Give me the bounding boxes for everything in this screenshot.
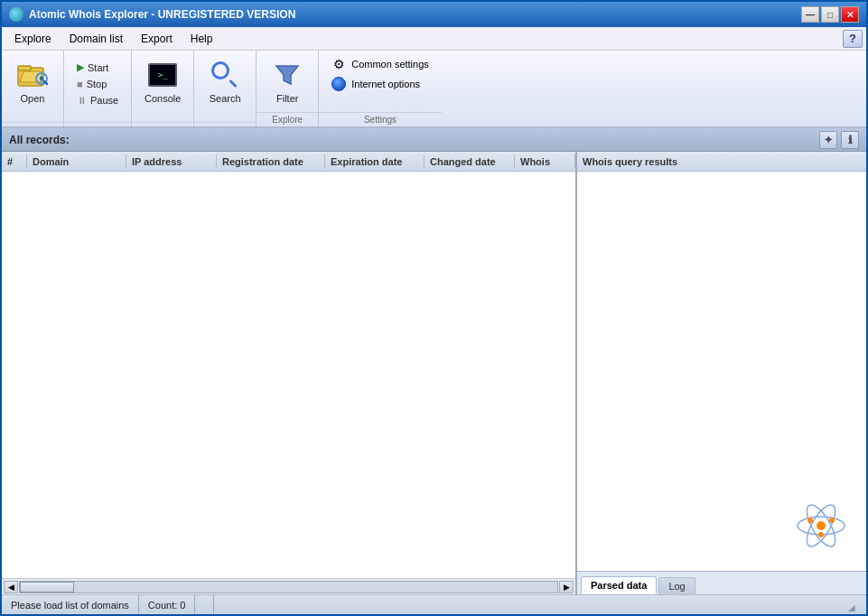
explore-section-label <box>2 122 63 126</box>
settings-section-label: Settings <box>319 112 442 126</box>
content-pane: # Domain IP address Registration date Ex… <box>2 152 866 594</box>
col-header-num: # <box>2 154 27 169</box>
scroll-right-btn[interactable]: ▶ <box>559 581 574 593</box>
filter-button[interactable]: Filter <box>264 54 311 108</box>
window-title: Atomic Whois Explorer - UNREGISTERED VER… <box>29 8 295 21</box>
svg-rect-1 <box>18 66 31 70</box>
col-header-domain: Domain <box>27 154 126 169</box>
scroll-left-btn[interactable]: ◀ <box>4 581 18 593</box>
start-button[interactable]: ▶ Start <box>73 60 122 75</box>
all-records-bar: All records: ✦ ℹ <box>2 128 866 152</box>
whois-tabs: Parsed data Log <box>577 571 866 594</box>
toolbar-filter-section: Filter Explore <box>257 51 319 126</box>
toolbar-console-section: >_ Console <box>132 51 194 126</box>
filter-section-label: Explore <box>257 112 318 126</box>
search-button[interactable]: Search <box>201 54 248 108</box>
stop-label: Stop <box>87 79 107 89</box>
title-bar-left: Atomic Whois Explorer - UNREGISTERED VER… <box>9 7 295 22</box>
app-logo <box>794 499 848 553</box>
resize-grip: ◢ <box>843 598 857 612</box>
toolbar: Open ▶ Start ■ Stop ⏸ <box>2 51 866 128</box>
svg-point-10 <box>829 518 835 523</box>
svg-point-3 <box>40 77 43 80</box>
table-body <box>2 172 575 578</box>
start-icon: ▶ <box>77 61 84 73</box>
status-seg3 <box>195 595 214 614</box>
bottom-scrollbar[interactable]: ◀ ▶ <box>2 578 575 594</box>
main-content: All records: ✦ ℹ # Domain IP address Reg… <box>2 128 866 594</box>
console-buttons: >_ Console <box>132 51 193 122</box>
pause-button[interactable]: ⏸ Pause <box>73 93 122 107</box>
status-bar: Please load list of domains Count: 0 ◢ <box>2 594 866 614</box>
status-count: Count: 0 <box>139 595 196 614</box>
start-label: Start <box>88 62 108 73</box>
menu-help[interactable]: Help <box>182 30 222 48</box>
filter-buttons: Filter <box>257 51 318 112</box>
col-header-ip: IP address <box>126 154 217 169</box>
toolbar-settings-section: ⚙ Common settings Internet options Setti… <box>319 51 442 126</box>
gear-icon: ⚙ <box>331 57 346 71</box>
pause-label: Pause <box>90 95 118 106</box>
close-button[interactable]: ✕ <box>841 6 859 23</box>
small-buttons-col: ▶ Start ■ Stop ⏸ Pause <box>71 54 124 113</box>
stop-icon: ■ <box>77 79 83 89</box>
filter-icon <box>271 59 303 91</box>
whois-header: Whois query results <box>577 152 866 172</box>
whois-body <box>577 172 866 571</box>
all-records-label: All records: <box>9 134 819 146</box>
pause-icon: ⏸ <box>77 95 87 106</box>
window-controls: — □ ✕ <box>801 6 859 23</box>
filter-label: Filter <box>276 93 298 104</box>
control-buttons: ▶ Start ■ Stop ⏸ Pause <box>64 51 131 122</box>
col-header-whois: Whois <box>515 154 575 169</box>
toolbar-search-section: Search <box>194 51 257 126</box>
table-header: # Domain IP address Registration date Ex… <box>2 152 575 172</box>
open-icon <box>16 59 49 91</box>
search-icon <box>209 59 241 91</box>
records-icons: ✦ ℹ <box>819 131 859 149</box>
title-bar: Atomic Whois Explorer - UNREGISTERED VER… <box>2 2 866 27</box>
search-section-label <box>194 122 256 126</box>
svg-point-8 <box>817 521 826 530</box>
console-button[interactable]: >_ Console <box>139 54 186 108</box>
open-button[interactable]: Open <box>9 54 56 108</box>
help-button[interactable]: ? <box>843 30 863 48</box>
common-settings-label: Common settings <box>351 59 429 70</box>
console-label: Console <box>145 93 181 104</box>
col-header-reg: Registration date <box>217 154 325 169</box>
globe-icon <box>331 77 346 91</box>
search-buttons: Search <box>194 51 256 122</box>
console-icon: >_ <box>146 59 179 91</box>
col-header-exp: Expiration date <box>325 154 425 169</box>
magnifier-handle <box>229 79 238 88</box>
tab-log[interactable]: Log <box>658 577 695 594</box>
internet-options-button[interactable]: Internet options <box>330 76 431 92</box>
right-pane: Whois query results <box>577 152 866 594</box>
svg-point-9 <box>818 532 824 537</box>
open-buttons: Open <box>2 51 63 122</box>
stop-button[interactable]: ■ Stop <box>73 77 122 91</box>
col-header-changed: Changed date <box>425 154 515 169</box>
open-label: Open <box>21 93 45 104</box>
menu-domain-list[interactable]: Domain list <box>61 30 132 48</box>
records-icon-btn-2[interactable]: ℹ <box>841 131 859 149</box>
control-section-label <box>64 122 131 126</box>
console-box: >_ <box>148 63 177 87</box>
settings-buttons: ⚙ Common settings Internet options <box>319 51 442 112</box>
scroll-track[interactable] <box>19 581 558 593</box>
maximize-button[interactable]: □ <box>821 6 839 23</box>
scroll-thumb[interactable] <box>20 582 74 593</box>
main-window: Atomic Whois Explorer - UNREGISTERED VER… <box>0 0 868 616</box>
toolbar-open-section: Open <box>2 51 64 126</box>
search-label: Search <box>210 93 241 104</box>
internet-options-label: Internet options <box>351 79 420 89</box>
common-settings-button[interactable]: ⚙ Common settings <box>330 56 431 72</box>
tab-parsed-data[interactable]: Parsed data <box>581 576 657 594</box>
records-icon-btn-1[interactable]: ✦ <box>819 131 837 149</box>
menu-export[interactable]: Export <box>132 30 182 48</box>
magnifier-circle <box>211 61 229 79</box>
menu-explore[interactable]: Explore <box>5 30 61 48</box>
app-icon <box>9 7 23 22</box>
status-message: Please load list of domains <box>2 595 139 614</box>
minimize-button[interactable]: — <box>801 6 819 23</box>
